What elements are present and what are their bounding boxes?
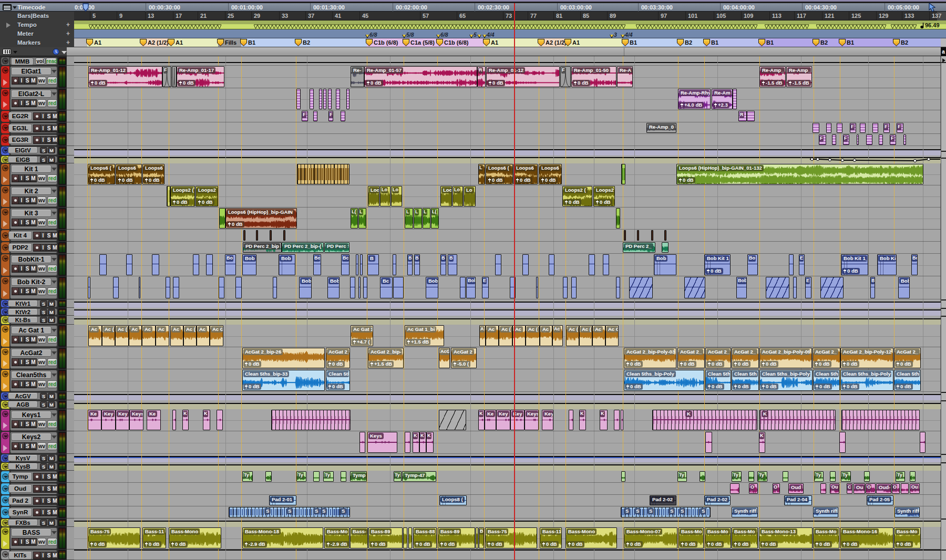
mute-button[interactable]: M xyxy=(52,509,58,516)
clip[interactable]: Loops20 dB xyxy=(196,186,218,206)
clip[interactable]: Clean 5th0 dB xyxy=(326,370,350,391)
mute-button[interactable]: M xyxy=(52,244,58,252)
ruler-view-menu-icon[interactable] xyxy=(3,4,12,11)
clip[interactable] xyxy=(748,471,754,482)
clip[interactable]: AcGat 2_bip-Poly-120 dB xyxy=(840,348,893,368)
mute-button[interactable]: M xyxy=(52,136,58,144)
clip[interactable] xyxy=(393,254,396,275)
meter-event-icon[interactable] xyxy=(621,35,625,38)
clip[interactable]: Bob Kit 10 dB xyxy=(704,254,731,275)
clip[interactable]: Ty xyxy=(814,471,824,482)
track-collapse-button[interactable] xyxy=(2,528,8,535)
track-name[interactable]: AGB xyxy=(8,401,38,408)
clip[interactable]: Ac ( xyxy=(102,325,115,346)
clip[interactable]: Loops6 (0 dB xyxy=(486,164,513,184)
clip[interactable] xyxy=(733,89,737,109)
clip[interactable]: Loops2 (0 dB xyxy=(562,186,592,206)
automation-mode-button[interactable]: red xyxy=(47,420,57,428)
clip[interactable] xyxy=(766,277,789,298)
clip[interactable]: Ou xyxy=(830,483,839,494)
clip[interactable] xyxy=(439,410,466,430)
track-collapse-button[interactable] xyxy=(2,485,8,492)
automation-mode-button[interactable]: red xyxy=(47,174,57,182)
track-options-arrow-icon[interactable] xyxy=(52,351,57,355)
clip[interactable]: E xyxy=(482,277,489,298)
clip[interactable]: Loo xyxy=(440,186,452,206)
clip[interactable]: L( xyxy=(431,208,439,229)
clip[interactable]: Ac ( xyxy=(566,325,579,346)
track-name[interactable]: Clean5ths xyxy=(11,371,52,379)
clip[interactable]: F xyxy=(162,66,171,87)
clip[interactable] xyxy=(549,254,554,275)
track-options-arrow-icon[interactable] xyxy=(52,168,57,171)
clip[interactable]: Lo xyxy=(453,186,463,206)
clip[interactable] xyxy=(832,134,836,145)
track-collapse-button[interactable] xyxy=(2,137,8,143)
clip[interactable]: Ou xyxy=(854,483,865,494)
track-collapse-button[interactable] xyxy=(2,90,8,96)
clip[interactable] xyxy=(476,527,478,548)
record-enable-button[interactable] xyxy=(33,112,40,120)
meter-event-icon[interactable] xyxy=(402,35,406,38)
clip[interactable] xyxy=(621,471,625,482)
clip[interactable] xyxy=(296,89,301,109)
track-name[interactable]: Pad 2 xyxy=(8,496,32,505)
clip[interactable] xyxy=(341,471,346,482)
clip[interactable]: Bass-110 dB xyxy=(142,527,166,548)
clip[interactable] xyxy=(323,89,326,109)
clip[interactable]: Key xyxy=(496,410,510,430)
track-height-icon[interactable] xyxy=(3,49,11,55)
waveform-view-button[interactable]: wv xyxy=(37,196,46,204)
clip[interactable]: Ac ( xyxy=(183,325,197,346)
ruler-label-meter[interactable]: Meter xyxy=(17,30,34,37)
clip[interactable]: Bass-110 dB xyxy=(540,527,562,548)
clip[interactable] xyxy=(563,277,568,298)
clip[interactable]: Ty xyxy=(732,471,742,482)
clip[interactable]: Bass-880 dB xyxy=(413,527,437,548)
clip[interactable]: L xyxy=(478,164,485,184)
clip[interactable]: Pad 2-04 xyxy=(784,495,812,505)
clip[interactable]: B xyxy=(479,527,484,548)
clip[interactable] xyxy=(569,410,573,430)
clip[interactable]: K xyxy=(759,410,836,430)
clip[interactable]: AcGat 2_bip-260 dB xyxy=(242,348,325,368)
clip[interactable]: Lo xyxy=(391,186,402,206)
track-name[interactable]: KtVr1 xyxy=(8,300,38,307)
clip[interactable]: L xyxy=(423,208,430,229)
clip[interactable] xyxy=(297,164,349,184)
clip[interactable]: Ou xyxy=(910,483,920,494)
track-collapse-button[interactable] xyxy=(2,411,8,417)
record-enable-button[interactable] xyxy=(12,442,19,450)
track-name[interactable]: AcGat2 xyxy=(11,349,52,357)
mute-button[interactable]: M xyxy=(30,219,37,226)
clip[interactable]: Loo xyxy=(368,186,379,206)
record-enable-button[interactable] xyxy=(33,552,40,559)
meter-event-icon[interactable] xyxy=(436,35,440,38)
clip[interactable] xyxy=(705,432,712,453)
clip[interactable]: Bob xyxy=(466,277,476,298)
clip[interactable] xyxy=(193,254,199,275)
clip[interactable] xyxy=(864,471,870,482)
clip[interactable] xyxy=(616,208,620,229)
clip[interactable]: Loops60 dB xyxy=(539,164,562,184)
clip[interactable] xyxy=(173,277,179,298)
track-name[interactable]: KITs xyxy=(8,551,32,559)
clip[interactable]: AcGat 2_bip-Poly-030 dB xyxy=(624,348,676,368)
clip[interactable]: Re-Amp_01-120 dB xyxy=(88,66,162,87)
record-enable-button[interactable] xyxy=(33,485,40,493)
clip[interactable]: E xyxy=(805,277,811,298)
track-color-tab[interactable] xyxy=(1,432,9,453)
clip[interactable]: Bo xyxy=(747,254,758,275)
mute-button[interactable]: M xyxy=(52,112,58,120)
track-color-tab[interactable] xyxy=(1,277,9,299)
solo-button[interactable]: S xyxy=(40,401,47,408)
track-options-arrow-icon[interactable] xyxy=(52,92,57,96)
mute-button[interactable]: M xyxy=(52,552,58,559)
clip[interactable]: O xyxy=(866,483,876,494)
waveform-view-button[interactable]: wv xyxy=(37,538,46,546)
mute-button[interactable]: M xyxy=(48,455,55,461)
clip[interactable]: Clean 5th0 dB xyxy=(894,370,921,391)
clip[interactable] xyxy=(747,111,755,121)
mute-button[interactable]: M xyxy=(52,125,58,132)
mute-button[interactable]: M xyxy=(30,287,37,295)
